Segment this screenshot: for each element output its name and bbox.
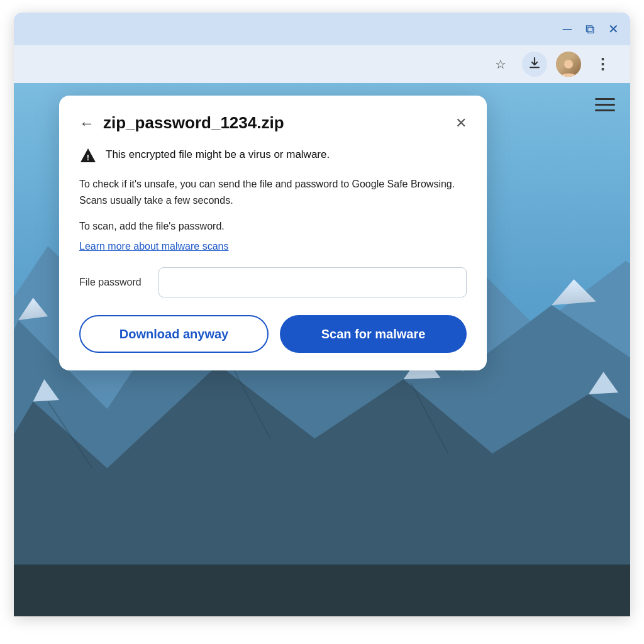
avatar	[556, 52, 581, 77]
warning-row: ! This encrypted file might be a virus o…	[79, 147, 467, 166]
bookmark-icon: ☆	[495, 57, 506, 72]
toolbar: ☆ ⋮	[14, 45, 630, 83]
popup-close-button[interactable]: ✕	[455, 116, 467, 130]
svg-text:!: !	[87, 153, 89, 162]
profile-button[interactable]	[556, 52, 581, 77]
scan-password-text: To scan, add the file's password.	[79, 218, 467, 235]
browser-window: ─ ⧉ ✕ ☆ ⋮	[14, 13, 630, 616]
button-row: Download anyway Scan for malware	[79, 315, 467, 353]
download-icon	[528, 56, 541, 73]
title-bar-controls: ─ ⧉ ✕	[563, 23, 619, 35]
popup-filename: zip_password_1234.zip	[103, 113, 284, 133]
password-input[interactable]	[158, 267, 467, 297]
password-row: File password	[79, 267, 467, 297]
password-label: File password	[79, 277, 148, 288]
hamburger-line-1	[595, 98, 615, 100]
restore-button[interactable]: ⧉	[586, 23, 594, 35]
title-bar: ─ ⧉ ✕	[14, 13, 630, 45]
sidebar-menu	[580, 83, 630, 616]
more-options-icon: ⋮	[595, 55, 610, 73]
download-popup: ← zip_password_1234.zip ✕ ! This encrypt…	[59, 96, 487, 370]
download-anyway-button[interactable]: Download anyway	[79, 315, 269, 353]
download-button[interactable]	[522, 52, 547, 77]
svg-rect-17	[14, 565, 630, 616]
sidebar-hamburger-button[interactable]	[595, 98, 615, 111]
svg-rect-0	[530, 67, 540, 68]
popup-header: ← zip_password_1234.zip ✕	[79, 113, 467, 133]
minimize-button[interactable]: ─	[563, 23, 572, 35]
svg-point-1	[564, 60, 573, 69]
warning-text: This encrypted file might be a virus or …	[106, 147, 330, 163]
info-text: To check if it's unsafe, you can send th…	[79, 176, 467, 209]
close-button[interactable]: ✕	[608, 23, 619, 35]
warning-triangle-icon: !	[79, 147, 97, 166]
learn-more-link[interactable]: Learn more about malware scans	[79, 241, 228, 252]
menu-button[interactable]: ⋮	[590, 52, 615, 77]
bookmark-button[interactable]: ☆	[488, 52, 513, 77]
scan-for-malware-button[interactable]: Scan for malware	[280, 315, 467, 353]
popup-header-left: ← zip_password_1234.zip	[79, 113, 284, 133]
hamburger-line-2	[595, 104, 615, 106]
hamburger-line-3	[595, 109, 615, 111]
content-area: ← zip_password_1234.zip ✕ ! This encrypt…	[14, 83, 630, 616]
back-button[interactable]: ←	[79, 116, 94, 131]
